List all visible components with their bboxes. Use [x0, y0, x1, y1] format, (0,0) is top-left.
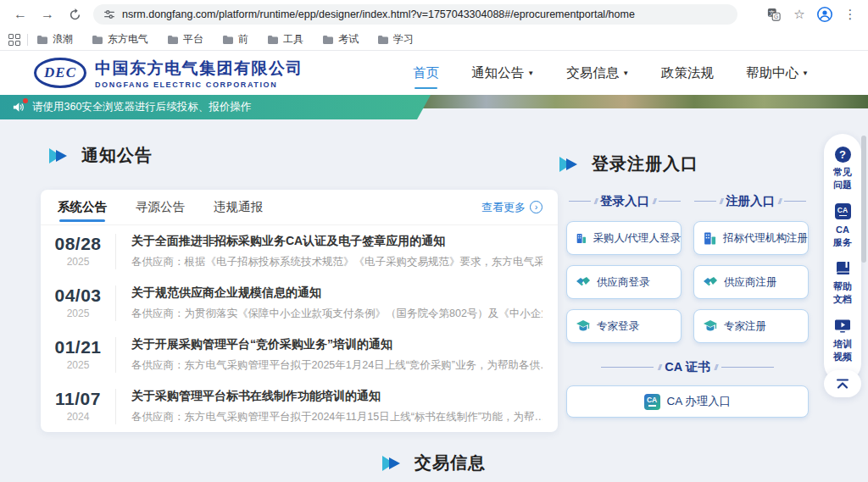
nav-notices[interactable]: 通知公告▼	[471, 59, 534, 87]
bidding-agency-register-button[interactable]: 招标代理机构注册	[693, 221, 809, 255]
button-label: 采购人/代理人登录	[593, 231, 681, 246]
graduation-cap-icon	[703, 319, 718, 334]
announcement-date: 01/21	[41, 337, 115, 357]
translate-icon: 文 G	[767, 8, 781, 21]
button-label: CA 办理入口	[667, 394, 732, 409]
ca-badge-icon: CA	[644, 394, 660, 410]
back-to-top-button[interactable]	[824, 370, 861, 397]
profile-avatar[interactable]	[814, 3, 836, 25]
site-header: DEC 中国东方电气集团有限公司 DONGFANG ELECTRIC CORPO…	[0, 51, 868, 95]
announcement-row[interactable]: 01/21 2025 关于开展采购管理平台“竞价采购业务”培训的通知 各供应商：…	[41, 329, 558, 380]
apps-grid-icon[interactable]	[8, 34, 20, 46]
announcement-year: 2025	[41, 307, 115, 319]
video-icon	[834, 319, 851, 334]
bookmark-label: 考试	[338, 32, 359, 47]
ca-service-item[interactable]: CA CA服务	[832, 202, 854, 249]
notice-bar: 请使用360安全浏览器进行后续投标、报价操作	[0, 95, 431, 119]
avatar-icon	[816, 6, 833, 23]
announcement-year: 2024	[41, 411, 115, 423]
button-label: 供应商注册	[724, 275, 777, 290]
announcement-row[interactable]: 04/03 2025 关于规范供应商企业规模信息的通知 各供应商：为贯彻落实《保…	[41, 277, 558, 329]
translate-button[interactable]: 文 G	[763, 3, 785, 25]
graduation-cap-icon	[576, 319, 591, 334]
tab-system-notices[interactable]: 系统公告	[56, 191, 108, 224]
floating-help-sidebar: ? 常见问题 CA CA服务 帮助文档 培训视频	[824, 134, 861, 382]
browser-menu-button[interactable]: ⋮	[839, 3, 861, 25]
back-button[interactable]: ←	[9, 3, 31, 25]
bookmark-folder[interactable]: 学习	[377, 32, 414, 47]
announcement-tabs: 系统公告 寻源公告 违规通报 查看更多 ›	[41, 190, 558, 225]
sidebar-item-label: CA服务	[832, 224, 854, 249]
announcement-row[interactable]: 11/07 2024 关于采购管理平台标书在线制作功能培训的通知 各供应商：东方…	[41, 380, 558, 432]
section-title: 登录注册入口	[592, 152, 698, 175]
building-icon	[703, 231, 717, 246]
company-name-cn: 中国东方电气集团有限公司	[95, 58, 303, 80]
bookmark-label: 浪潮	[53, 32, 73, 47]
announcement-title[interactable]: 关于全面推进非招标采购业务CA认证及电子签章应用的通知	[131, 234, 542, 249]
ca-apply-button[interactable]: CA CA 办理入口	[566, 385, 809, 418]
nav-help-center[interactable]: 帮助中心▼	[746, 59, 809, 87]
section-arrow-icon	[49, 147, 70, 164]
help-docs-item[interactable]: 帮助文档	[832, 259, 854, 306]
bookmarks-bar: 浪潮 东方电气 平台 前 工具 考试 学习	[0, 29, 868, 51]
buyer-agent-login-button[interactable]: 采购人/代理人登录	[566, 221, 682, 255]
announcement-summary: 各供应商：根据《电子招标投标系统技术规范》《电子采购交易规范》要求，东方电气采购…	[131, 255, 542, 269]
nav-home[interactable]: 首页	[413, 59, 439, 87]
nav-policies[interactable]: 政策法规	[661, 59, 714, 87]
bookmark-folder[interactable]: 工具	[267, 32, 303, 47]
browser-toolbar: ← → nsrm.dongfang.com/platform/runtime/e…	[0, 0, 868, 29]
forward-button[interactable]: →	[36, 3, 58, 25]
bookmark-label: 平台	[183, 32, 203, 47]
button-label: 供应商登录	[597, 275, 650, 290]
login-panel: // 登录入口 // // 注册入口 // 采购人/代理人登录	[562, 193, 813, 418]
announcement-row[interactable]: 08/28 2025 关于全面推进非招标采购业务CA认证及电子签章应用的通知 各…	[41, 225, 558, 277]
bookmark-folder[interactable]: 东方电气	[92, 32, 148, 47]
bookmark-star-button[interactable]: ☆	[788, 3, 810, 25]
question-icon: ?	[835, 147, 851, 163]
main-nav: 首页 通知公告▼ 交易信息▼ 政策法规 帮助中心▼	[413, 59, 809, 87]
bookmark-label: 工具	[283, 32, 303, 47]
training-videos-item[interactable]: 培训视频	[832, 317, 854, 363]
reload-button[interactable]	[64, 3, 86, 25]
svg-text:G: G	[774, 14, 778, 19]
tab-sourcing-notices[interactable]: 寻源公告	[134, 191, 186, 224]
bookmark-folder[interactable]: 浪潮	[36, 32, 73, 47]
announcement-date: 04/03	[41, 285, 115, 306]
dec-logo-oval: DEC	[34, 58, 86, 88]
button-label: 招标代理机构注册	[723, 231, 808, 246]
announcement-title[interactable]: 关于采购管理平台标书在线制作功能培训的通知	[131, 389, 542, 404]
bookmark-folder[interactable]: 考试	[322, 32, 359, 47]
faq-item[interactable]: ? 常见问题	[832, 145, 854, 191]
announcement-year: 2025	[41, 256, 115, 268]
view-more-link[interactable]: 查看更多 ›	[481, 200, 542, 215]
supplier-register-button[interactable]: 供应商注册	[693, 265, 809, 299]
chevron-right-circle-icon: ›	[530, 201, 542, 213]
folder-icon	[322, 35, 334, 44]
bookmark-label: 前	[238, 32, 248, 47]
tab-violation-reports[interactable]: 违规通报	[212, 191, 264, 224]
ca-badge-icon: CA	[835, 203, 851, 219]
announcements-card: 系统公告 寻源公告 违规通报 查看更多 › 08/28 2025 关于全面推进非…	[41, 190, 558, 432]
announcement-title[interactable]: 关于规范供应商企业规模信息的通知	[131, 285, 542, 301]
company-logo[interactable]: DEC 中国东方电气集团有限公司 DONGFANG ELECTRIC CORPO…	[34, 58, 303, 89]
trade-info-heading: 交易信息	[0, 452, 868, 474]
bookmark-folder[interactable]: 平台	[167, 32, 203, 47]
button-label: 专家注册	[724, 319, 766, 334]
nav-trade-info[interactable]: 交易信息▼	[566, 59, 629, 87]
folder-icon	[222, 35, 234, 44]
login-register-heading: 登录注册入口	[559, 152, 698, 175]
url-bar[interactable]: nsrm.dongfang.com/platform/runtime/epp/d…	[93, 4, 737, 25]
handshake-icon	[576, 275, 591, 289]
expert-login-button[interactable]: 专家登录	[566, 309, 682, 343]
announcement-summary: 各供应商：为贯彻落实《保障中小企业款项支付条例》（国务院令第802号）及《中小企…	[131, 307, 542, 321]
collapse-top-icon	[836, 379, 849, 390]
section-title: 通知公告	[81, 144, 153, 167]
folder-icon	[377, 35, 389, 44]
chevron-down-icon: ▼	[622, 69, 629, 77]
announcement-title[interactable]: 关于开展采购管理平台“竞价采购业务”培训的通知	[131, 337, 542, 352]
reload-icon	[69, 8, 81, 21]
supplier-login-button[interactable]: 供应商登录	[566, 265, 682, 299]
expert-register-button[interactable]: 专家注册	[693, 309, 809, 343]
page-scrollbar[interactable]	[861, 136, 866, 263]
bookmark-folder[interactable]: 前	[222, 32, 248, 47]
